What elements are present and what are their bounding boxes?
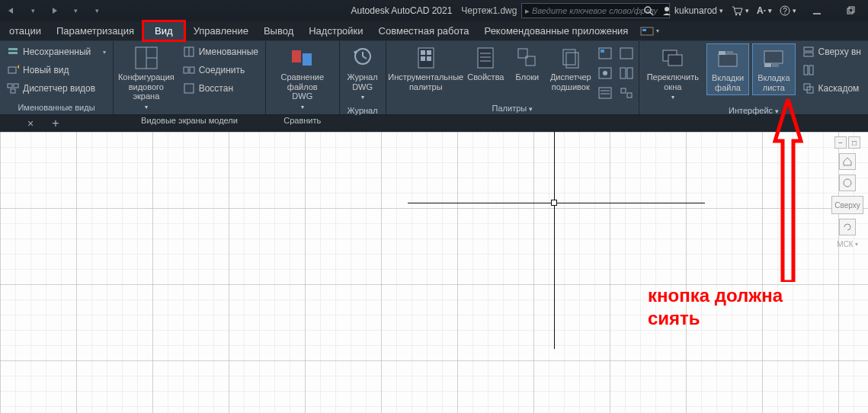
palette-icon-4[interactable]	[617, 45, 636, 62]
switch-windows-button[interactable]: Переключить окна	[642, 43, 703, 104]
svg-point-3	[735, 14, 737, 15]
tab-addins[interactable]: Надстройки	[301, 21, 370, 40]
svg-rect-25	[190, 67, 194, 73]
cart-icon[interactable]: ▾	[731, 5, 749, 16]
restore-icon[interactable]	[838, 3, 863, 18]
signin-button[interactable]	[643, 5, 654, 16]
svg-rect-11	[642, 29, 646, 31]
redo-icon[interactable]	[46, 3, 62, 18]
panel-title: Журнал	[343, 104, 383, 117]
file-name: Чертеж1.dwg	[461, 5, 517, 16]
join-icon	[183, 64, 195, 76]
coordinate-system[interactable]: МСК▾	[837, 240, 857, 248]
dwg-history-button[interactable]: Журнал DWG	[343, 43, 383, 104]
view-manager-button[interactable]: Диспетчер видов	[3, 80, 110, 97]
search-dropdown-icon[interactable]: ▸	[525, 6, 530, 16]
nav-rotate-icon[interactable]	[839, 219, 856, 235]
layout-tab-button[interactable]: Вкладка листа	[752, 43, 795, 95]
undo-icon[interactable]	[3, 3, 20, 18]
svg-rect-33	[421, 50, 425, 55]
svg-rect-28	[303, 53, 312, 66]
qat-dropdown-icon[interactable]: ▾	[67, 3, 84, 18]
nav-close-icon[interactable]: □	[848, 136, 860, 149]
viewcube[interactable]: Сверху	[831, 196, 863, 214]
restore-viewports-button[interactable]: Восстан	[179, 80, 262, 97]
properties-button[interactable]: Свойства	[466, 43, 506, 85]
svg-rect-43	[563, 50, 575, 65]
blocks-button[interactable]: Блоки	[509, 43, 546, 85]
tab-output[interactable]: Вывод	[256, 21, 301, 40]
panel-model-viewports: Конфигурация видового экрана Именованные…	[114, 41, 266, 114]
named-icon	[183, 46, 195, 58]
tile-vertical-button[interactable]	[799, 62, 865, 78]
svg-rect-53	[620, 68, 626, 78]
tab-parametric[interactable]: Параметризация	[49, 21, 142, 40]
panel-title[interactable]: Палитры	[389, 101, 636, 115]
qat-dropdown-icon[interactable]: ▾	[24, 3, 41, 18]
tab-manage[interactable]: Управление	[186, 21, 256, 40]
palette-icon-3[interactable]	[596, 85, 614, 101]
svg-rect-64	[772, 63, 779, 67]
tool-palettes-button[interactable]: Инструментальные палитры	[389, 43, 463, 94]
tab-collaborate[interactable]: Совместная работа	[371, 21, 477, 40]
a360-icon[interactable]: A·▾	[757, 5, 772, 16]
layer-icon	[7, 46, 19, 58]
palette-icon-2[interactable]	[596, 65, 614, 82]
history-icon	[351, 46, 375, 70]
svg-rect-13	[8, 52, 18, 54]
blocks-icon	[515, 46, 540, 70]
top-icon	[802, 46, 815, 58]
minimize-icon[interactable]	[804, 3, 830, 18]
svg-point-4	[739, 14, 741, 15]
tab-view[interactable]: Вид	[142, 20, 186, 42]
svg-rect-18	[11, 89, 15, 93]
svg-rect-12	[8, 48, 18, 50]
new-tab-icon[interactable]: +	[47, 117, 63, 130]
svg-point-0	[645, 7, 651, 13]
user-button[interactable]: kukunarod ▾	[661, 5, 723, 16]
panel-compare: Сравнение файлов DWG Сравнить	[266, 41, 340, 114]
svg-rect-27	[292, 50, 301, 62]
close-tab-icon[interactable]: ×	[23, 117, 38, 130]
layout-tab-icon	[761, 46, 786, 71]
ribbon-tabs: отации Параметризация Вид Управление Выв…	[0, 21, 868, 41]
tile-horizontal-button[interactable]: Сверху вн	[799, 43, 865, 60]
title-bar: ▾ ▾ ▾ Autodesk AutoCAD 2021 Чертеж1.dwg …	[0, 0, 868, 21]
panel-title: Видовые экраны модели	[117, 114, 262, 127]
search-icon	[643, 5, 654, 16]
viewport-config-button[interactable]: Конфигурация видового экрана	[117, 43, 176, 114]
svg-rect-58	[668, 55, 682, 66]
new-view-button[interactable]: ✦ Новый вид	[3, 62, 110, 78]
nav-compass-icon[interactable]	[839, 174, 856, 191]
quick-access-toolbar: ▾ ▾ ▾	[3, 3, 105, 18]
palette-icon-1[interactable]	[596, 45, 614, 62]
palette-small-icons-2	[617, 43, 636, 101]
sheet-set-button[interactable]: Диспетчер подшивок	[549, 43, 593, 94]
help-icon[interactable]: ?▾	[780, 5, 796, 16]
tab-quick-icon[interactable]: ▾	[636, 21, 664, 40]
palette-small-icons	[596, 43, 614, 101]
view-manager-icon	[7, 82, 19, 94]
join-viewports-button[interactable]: Соединить	[179, 62, 262, 78]
named-viewports-button[interactable]: Именованные	[179, 43, 262, 60]
nav-minus-icon[interactable]: −	[834, 136, 847, 149]
svg-rect-61	[726, 51, 733, 55]
palette-icon-6[interactable]	[617, 85, 636, 101]
qat-more-icon[interactable]: ▾	[88, 3, 105, 18]
palette-icon-5[interactable]	[617, 65, 636, 82]
cascade-button[interactable]: Каскадом	[799, 80, 865, 97]
svg-rect-72	[0, 132, 868, 413]
svg-rect-62	[764, 51, 783, 63]
svg-rect-46	[601, 50, 604, 53]
unsaved-view-dropdown[interactable]: Несохраненный	[3, 43, 110, 60]
tab-featured-apps[interactable]: Рекомендованные приложения	[477, 21, 636, 40]
compare-dwg-button[interactable]: Сравнение файлов DWG	[269, 43, 336, 114]
tab-annotations[interactable]: отации	[2, 21, 49, 40]
nav-home-icon[interactable]	[839, 153, 856, 170]
compare-icon	[290, 46, 315, 70]
drawing-canvas[interactable]	[0, 132, 868, 413]
file-tabs-button[interactable]: Вкладки файла	[706, 43, 749, 95]
svg-rect-34	[427, 50, 431, 55]
svg-rect-67	[804, 66, 808, 75]
panel-title[interactable]: Интерфейс	[642, 104, 865, 117]
